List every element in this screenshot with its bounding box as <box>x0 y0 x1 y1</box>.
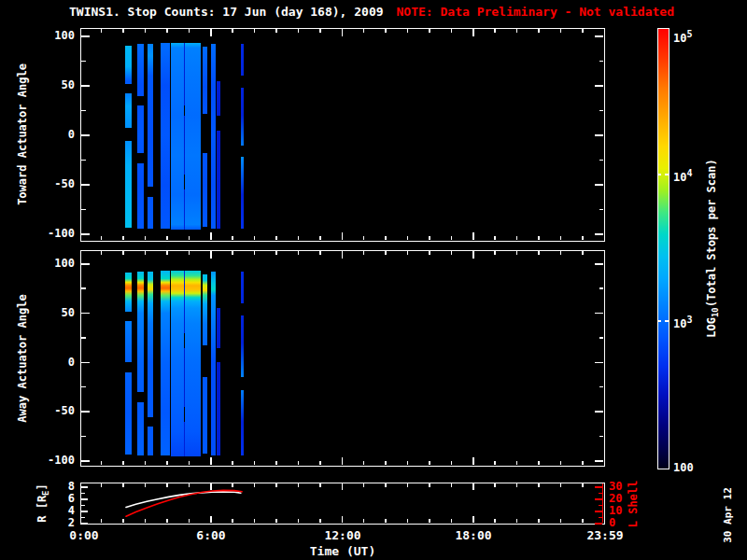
l-shell-tick-label: 30 <box>609 480 641 493</box>
title-note: NOTE: Data Preliminary - Not validated <box>397 5 674 19</box>
axis-tick <box>145 251 147 255</box>
axis-tick <box>189 29 190 33</box>
axis-tick <box>599 337 604 339</box>
axis-tick <box>232 461 233 465</box>
title-main: TWINS1. Stop Counts: 17 Jun (day 168), 2… <box>69 5 384 19</box>
axis-tick <box>298 29 300 33</box>
stripe-gap <box>148 417 154 427</box>
stripe-gap <box>148 187 154 197</box>
axis-tick <box>122 461 124 465</box>
spectrogram-stripe <box>217 81 220 229</box>
spectrogram-stripe <box>184 271 186 455</box>
axis-tick <box>81 263 90 265</box>
axis-tick <box>472 29 474 36</box>
axis-tick <box>407 251 409 255</box>
axis-tick <box>599 436 604 438</box>
axis-tick <box>189 236 190 240</box>
axis-tick <box>407 29 409 33</box>
axis-tick <box>599 61 604 63</box>
axis-tick <box>385 251 387 255</box>
stripe-gap <box>184 175 186 189</box>
axis-tick <box>451 29 453 33</box>
axis-tick <box>582 236 584 240</box>
axis-tick <box>81 160 86 161</box>
axis-tick <box>210 232 212 240</box>
figure: TWINS1. Stop Counts: 17 Jun (day 168), 2… <box>0 0 747 560</box>
axis-tick <box>599 287 604 289</box>
axis-tick <box>298 461 300 465</box>
axis-tick <box>363 29 365 33</box>
axis-tick <box>81 313 90 315</box>
axis-tick <box>595 263 603 265</box>
spectrogram-stripe <box>137 44 145 228</box>
axis-tick <box>145 236 147 240</box>
axis-tick <box>101 29 103 33</box>
axis-tick <box>407 236 409 240</box>
axis-tick <box>81 411 90 413</box>
axis-tick <box>385 29 387 33</box>
y-tick-label: 0 <box>34 356 75 369</box>
axis-tick <box>81 134 90 136</box>
axis-tick <box>599 209 604 211</box>
axis-tick <box>101 251 103 255</box>
y-tick-label: -100 <box>34 227 75 240</box>
axis-tick <box>451 461 453 465</box>
axis-tick <box>101 461 103 465</box>
axis-tick <box>599 110 604 112</box>
axis-tick <box>81 362 90 364</box>
axis-tick <box>122 29 124 33</box>
stripe-gap <box>241 146 244 158</box>
orbit-line-panel <box>80 483 605 525</box>
axis-tick <box>516 236 518 240</box>
axis-tick <box>560 29 562 33</box>
colorbar-label-10e5: 105 <box>673 29 692 45</box>
stripe-gap <box>241 76 244 88</box>
axis-tick <box>582 251 584 255</box>
stripe-gap <box>137 153 145 163</box>
x-tick-label-1800: 18:00 <box>440 528 507 542</box>
axis-tick <box>342 457 344 465</box>
spectrogram-stripe <box>217 308 220 455</box>
axis-tick <box>232 236 233 240</box>
colorbar-tick-10e3 <box>657 320 669 322</box>
axis-tick <box>599 160 604 161</box>
axis-tick <box>81 337 86 339</box>
stripe-gap <box>137 96 145 106</box>
axis-tick <box>538 29 540 33</box>
axis-tick <box>599 386 604 388</box>
r-tick-label: 8 <box>47 480 75 493</box>
axis-tick <box>166 29 168 33</box>
stripe-gap <box>125 312 132 322</box>
stripe-gap <box>137 392 145 402</box>
y-tick-label: -50 <box>34 177 75 190</box>
x-tick-label-0000: 0:00 <box>50 528 118 542</box>
axis-tick <box>122 236 124 240</box>
stripe-gap <box>125 84 132 94</box>
away-axis-label: Away Actuator Angle <box>16 294 29 422</box>
colorbar <box>657 28 669 469</box>
colorbar-label-100: 100 <box>673 458 694 474</box>
axis-tick <box>254 236 256 240</box>
colorbar-tick-10e4 <box>657 174 669 175</box>
axis-tick <box>363 461 365 465</box>
axis-tick <box>81 85 90 87</box>
y-tick-label: -50 <box>34 404 75 417</box>
axis-tick <box>429 29 430 33</box>
y-tick-label: 100 <box>34 29 75 42</box>
axis-tick <box>210 251 212 259</box>
axis-tick <box>81 209 86 211</box>
axis-tick <box>595 233 603 235</box>
axis-tick <box>407 461 409 465</box>
y-tick-label: 50 <box>34 306 75 319</box>
spectrogram-stripe <box>203 274 207 454</box>
axis-tick <box>538 236 540 240</box>
axis-tick <box>319 251 321 255</box>
stripe-gap <box>217 348 220 363</box>
axis-tick <box>595 85 603 87</box>
stripe-gap <box>217 116 220 131</box>
axis-tick <box>363 236 365 240</box>
r-tick-label: 6 <box>47 492 75 505</box>
axis-tick <box>595 362 603 364</box>
axis-tick <box>275 251 277 255</box>
axis-tick <box>319 461 321 465</box>
